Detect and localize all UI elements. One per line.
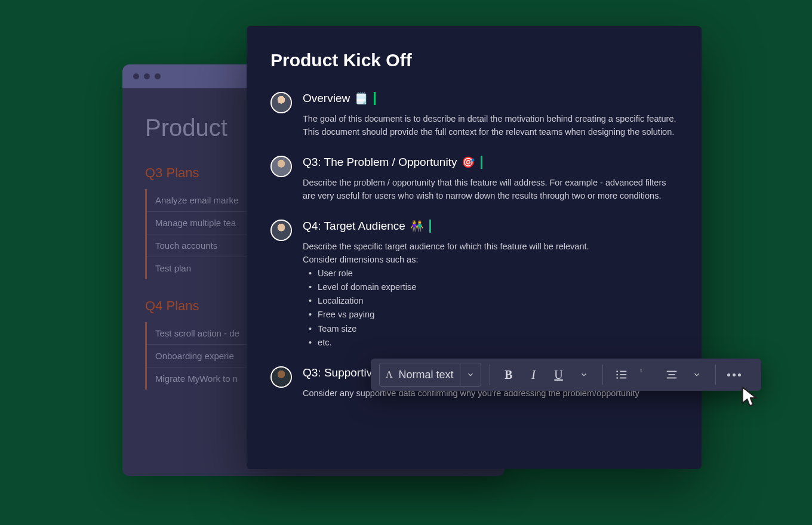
chevron-down-icon <box>693 370 701 379</box>
list-item: Free vs paying <box>309 308 678 322</box>
text-style-a-icon: A <box>386 369 393 380</box>
toolbar-divider <box>715 365 716 385</box>
bullet-list-button[interactable] <box>611 365 632 385</box>
toolbar-divider <box>490 365 490 385</box>
numbered-list-button[interactable]: 1 <box>636 365 657 385</box>
list-item: Level of domain expertise <box>309 280 678 294</box>
section-body-text[interactable]: Describe the problem / opportunity that … <box>303 176 678 203</box>
doc-section-audience: Q4: Target Audience 👫 Describe the speci… <box>270 220 678 350</box>
text-style-label: Normal text <box>399 369 454 381</box>
svg-point-2 <box>616 377 618 379</box>
text-style-selector[interactable]: A Normal text <box>379 363 481 387</box>
section-bullet-list[interactable]: User role Level of domain expertise Loca… <box>303 267 678 350</box>
text-formatting-toolbar: A Normal text B I U 1 <box>371 359 761 391</box>
section-heading-text: Q4: Target Audience <box>303 220 405 233</box>
bullet-list-icon <box>615 368 628 381</box>
section-body-text[interactable]: Describe the specific target audience fo… <box>303 240 678 253</box>
target-emoji-icon: 🎯 <box>462 156 475 169</box>
section-body-text[interactable]: Consider dimensions such as: <box>303 253 678 266</box>
text-cursor-icon <box>481 156 482 169</box>
author-avatar[interactable] <box>270 156 292 177</box>
document-title[interactable]: Product Kick Off <box>270 50 678 70</box>
section-body-text[interactable]: The goal of this document is to describe… <box>303 112 678 139</box>
numbered-list-icon: 1 <box>640 368 653 381</box>
window-controls[interactable] <box>133 73 161 79</box>
text-format-more-button[interactable] <box>574 365 594 385</box>
layout-more-button[interactable] <box>687 365 707 385</box>
section-heading[interactable]: Q4: Target Audience 👫 <box>303 220 678 233</box>
italic-button[interactable]: I <box>524 365 544 385</box>
more-dots-icon <box>727 373 741 376</box>
section-heading-text: Overview <box>303 92 350 105</box>
list-item: User role <box>309 267 678 280</box>
author-avatar[interactable] <box>270 220 292 241</box>
window-dot-icon <box>133 73 139 79</box>
toolbar-divider <box>602 365 603 385</box>
svg-point-0 <box>616 370 618 372</box>
svg-point-1 <box>616 374 618 376</box>
section-heading-text: Q3: The Problem / Opportunity <box>303 156 457 169</box>
align-button[interactable] <box>662 365 682 385</box>
more-options-button[interactable] <box>724 365 745 385</box>
doc-section-problem: Q3: The Problem / Opportunity 🎯 Describe… <box>270 156 678 203</box>
svg-text:1: 1 <box>640 369 642 373</box>
doc-section-overview: Overview 🗒️ The goal of this document is… <box>270 92 678 139</box>
document-window: Product Kick Off Overview 🗒️ The goal of… <box>247 26 702 469</box>
section-heading[interactable]: Q3: The Problem / Opportunity 🎯 <box>303 156 678 169</box>
people-emoji-icon: 👫 <box>410 220 423 233</box>
window-dot-icon <box>144 73 150 79</box>
notepad-emoji-icon: 🗒️ <box>355 92 368 105</box>
author-avatar[interactable] <box>270 92 292 113</box>
list-item: Team size <box>309 322 678 336</box>
align-icon <box>665 368 678 381</box>
text-cursor-icon <box>374 92 376 105</box>
underline-button[interactable]: U <box>549 365 569 385</box>
text-cursor-icon <box>429 220 431 233</box>
window-dot-icon <box>155 73 161 79</box>
list-item: Localization <box>309 294 678 308</box>
author-avatar[interactable] <box>270 366 292 388</box>
chevron-down-icon[interactable] <box>466 370 475 379</box>
section-heading[interactable]: Overview 🗒️ <box>303 92 678 105</box>
bold-button[interactable]: B <box>499 365 519 385</box>
list-item: etc. <box>309 336 678 350</box>
chevron-down-icon <box>580 370 588 379</box>
